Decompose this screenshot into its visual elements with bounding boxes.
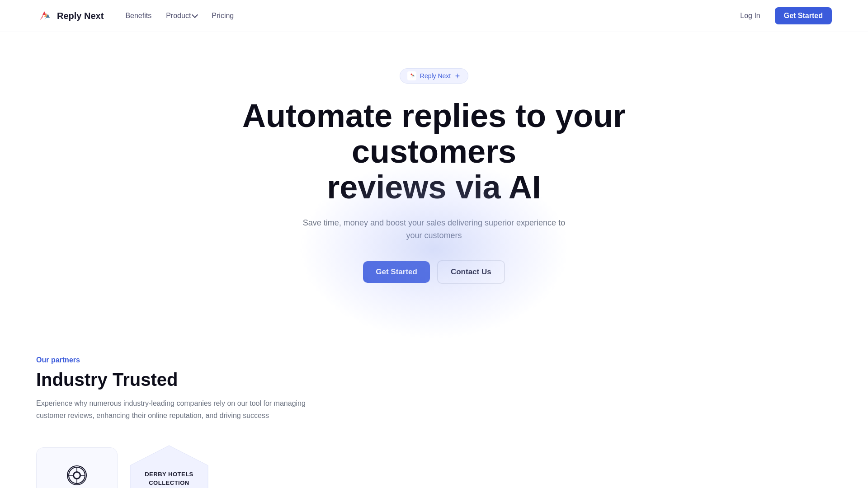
nav-left: Reply Next Benefits Product Pricing bbox=[36, 8, 234, 24]
goodtime-circle-icon bbox=[67, 465, 87, 485]
hero-section: Reply Next Automate replies to your cust… bbox=[0, 32, 868, 329]
partner-card-goodtime: THE GOODTIME HOTEL bbox=[36, 447, 118, 488]
hero-subtitle: Save time, money and boost your sales de… bbox=[298, 216, 570, 243]
hero-buttons: Get Started Contact Us bbox=[363, 260, 505, 284]
derby-hotels-label: DERBY HOTELSCOLLECTION bbox=[145, 470, 193, 487]
nav-link-product[interactable]: Product bbox=[166, 12, 197, 20]
svg-point-10 bbox=[74, 472, 80, 479]
get-started-hero-button[interactable]: Get Started bbox=[363, 261, 430, 283]
logo-text: Reply Next bbox=[57, 11, 104, 21]
nav-right: Log In Get Started bbox=[733, 7, 832, 24]
hero-title: Automate replies to your customers revie… bbox=[231, 98, 637, 206]
partners-logos: THE GOODTIME HOTEL DERBY HOTELSCOLLECTIO… bbox=[36, 444, 832, 488]
logo-icon bbox=[36, 8, 52, 24]
logo[interactable]: Reply Next bbox=[36, 8, 104, 24]
svg-rect-0 bbox=[36, 8, 52, 24]
badge-text: Reply Next bbox=[420, 72, 451, 80]
partners-desc: Experience why numerous industry-leading… bbox=[36, 397, 307, 422]
login-button[interactable]: Log In bbox=[733, 8, 767, 23]
nav-link-pricing[interactable]: Pricing bbox=[212, 12, 234, 20]
sparkle-icon bbox=[454, 73, 461, 79]
chevron-down-icon bbox=[192, 12, 198, 18]
badge-logo-icon bbox=[407, 71, 416, 80]
partner-card-derby: DERBY HOTELSCOLLECTION bbox=[128, 444, 210, 488]
partners-title: Industry Trusted bbox=[36, 370, 832, 390]
derby-logo-container: DERBY HOTELSCOLLECTION bbox=[128, 444, 210, 488]
get-started-nav-button[interactable]: Get Started bbox=[775, 7, 832, 24]
partners-section: Our partners Industry Trusted Experience… bbox=[0, 329, 868, 488]
contact-us-button[interactable]: Contact Us bbox=[437, 260, 505, 284]
navbar: Reply Next Benefits Product Pricing Log … bbox=[0, 0, 868, 32]
goodtime-logo: THE GOODTIME HOTEL bbox=[50, 465, 104, 488]
nav-links: Benefits Product Pricing bbox=[125, 12, 234, 20]
partners-label: Our partners bbox=[36, 356, 832, 364]
hero-badge: Reply Next bbox=[400, 68, 468, 84]
nav-link-benefits[interactable]: Benefits bbox=[125, 12, 151, 20]
